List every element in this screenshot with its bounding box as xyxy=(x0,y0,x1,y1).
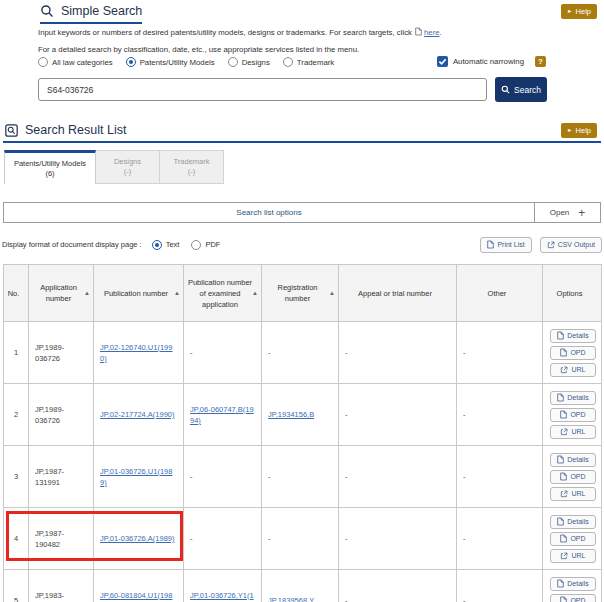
sort-ascending-icon[interactable]: ▲ xyxy=(84,288,90,299)
external-link-icon xyxy=(560,490,568,498)
details-button[interactable]: Details xyxy=(550,453,596,467)
question-help-button[interactable]: ? xyxy=(535,56,546,67)
application-number-cell: JP,1987-190482 xyxy=(29,508,94,570)
radio-all-law-categories[interactable]: All law categories xyxy=(38,57,113,67)
help-button[interactable]: ► Help xyxy=(561,4,597,19)
automatic-narrowing-control: Automatic narrowing ? xyxy=(437,56,546,67)
external-link-icon xyxy=(547,241,555,249)
document-icon xyxy=(557,579,564,588)
document-icon xyxy=(415,26,422,42)
application-number-cell: JP,1989-036726 xyxy=(29,384,94,446)
display-format-row: Display format of document display page … xyxy=(2,236,602,253)
col-appeal-or-trial-number: Appeal or trial number xyxy=(339,265,457,322)
plus-icon: + xyxy=(578,206,585,220)
display-format-label: Display format of document display page … xyxy=(2,240,142,249)
col-examined-publication-number[interactable]: Publication number of examined applicati… xyxy=(184,265,262,322)
external-link-icon xyxy=(560,552,568,560)
publication-number-link[interactable]: JP,01-036726,A(1989) xyxy=(100,534,175,543)
radio-icon xyxy=(38,57,48,67)
url-button[interactable]: URL xyxy=(550,487,596,501)
external-link-icon xyxy=(560,366,568,374)
section-divider xyxy=(3,141,601,143)
publication-number-link[interactable]: JP,01-036726,U1(1989) xyxy=(100,467,172,487)
help-button[interactable]: ► Help xyxy=(561,123,597,138)
opd-button[interactable]: OPD xyxy=(550,470,596,484)
details-button[interactable]: Details xyxy=(550,329,596,343)
examined-publication-link[interactable]: JP,06-060747,B(1994) xyxy=(190,405,254,425)
document-icon xyxy=(557,455,564,464)
table-row: 5 JP,1983-140932 JP,60-081804,U1(1985) J… xyxy=(4,570,602,602)
application-number-cell: JP,1987-131991 xyxy=(29,446,94,508)
table-row: 3 JP,1987-131991 JP,01-036726,U1(1989) -… xyxy=(4,446,602,508)
open-button[interactable]: Open + xyxy=(534,203,600,222)
opd-button[interactable]: OPD xyxy=(550,594,596,602)
col-other: Other xyxy=(457,265,543,322)
table-row: 2 JP,1989-036726 JP,02-217724,A(1990) JP… xyxy=(4,384,602,446)
automatic-narrowing-label: Automatic narrowing xyxy=(453,57,524,66)
url-button[interactable]: URL xyxy=(550,363,596,377)
document-icon xyxy=(560,348,567,357)
url-button[interactable]: URL xyxy=(550,425,596,439)
examined-publication-link[interactable]: JP,01-036726,Y1(1989) xyxy=(190,591,254,602)
document-icon xyxy=(560,534,567,543)
radio-trademark[interactable]: Trademark xyxy=(283,57,334,67)
details-button[interactable]: Details xyxy=(550,391,596,405)
boxed-search-icon xyxy=(5,124,18,137)
search-result-list-title-text: Search Result List xyxy=(25,123,126,137)
check-icon xyxy=(438,57,447,66)
registration-number-link[interactable]: JP,1839568,Y xyxy=(268,596,314,602)
document-icon xyxy=(557,331,564,340)
application-number-cell: JP,1989-036726 xyxy=(29,322,94,384)
automatic-narrowing-checkbox[interactable] xyxy=(437,56,448,67)
search-result-list-title: Search Result List xyxy=(5,123,126,141)
sort-ascending-icon[interactable]: ▲ xyxy=(174,288,180,299)
radio-icon xyxy=(228,57,238,67)
search-input[interactable] xyxy=(38,78,487,101)
details-button[interactable]: Details xyxy=(550,515,596,529)
opd-button[interactable]: OPD xyxy=(550,532,596,546)
csv-output-button[interactable]: CSV Output xyxy=(540,237,602,253)
radio-format-pdf[interactable]: PDF xyxy=(191,240,220,250)
simple-search-title: Simple Search xyxy=(40,4,142,24)
tab-trademark[interactable]: Trademark (-) xyxy=(160,150,224,184)
publication-number-link[interactable]: JP,60-081804,U1(1985) xyxy=(100,591,172,602)
search-bar: Search xyxy=(38,77,547,102)
jplatpat-search-page: Simple Search ► Help Input keywords or n… xyxy=(0,0,604,602)
registration-number-link[interactable]: JP,1934156,B xyxy=(268,410,314,419)
sort-ascending-icon[interactable]: ▲ xyxy=(329,288,335,299)
col-application-number[interactable]: Application number▲ xyxy=(29,265,94,322)
url-button[interactable]: URL xyxy=(550,549,596,563)
opd-button[interactable]: OPD xyxy=(550,346,596,360)
tab-designs[interactable]: Designs (-) xyxy=(96,150,160,184)
simple-search-title-text: Simple Search xyxy=(61,4,142,18)
table-header-row: No. Application number▲ Publication numb… xyxy=(4,265,602,322)
search-list-options-bar: Search list options Open + xyxy=(3,202,601,223)
result-tabs: Patents/Utility Models (6) Designs (-) T… xyxy=(4,150,224,184)
here-link[interactable]: here xyxy=(424,28,440,37)
col-publication-number[interactable]: Publication number▲ xyxy=(94,265,184,322)
tab-patents-utility-models[interactable]: Patents/Utility Models (6) xyxy=(4,150,96,184)
col-no: No. xyxy=(4,265,29,322)
col-registration-number[interactable]: Registration number▲ xyxy=(262,265,339,322)
document-icon xyxy=(560,410,567,419)
details-button[interactable]: Details xyxy=(550,577,596,591)
col-options: Options xyxy=(543,265,602,322)
search-button[interactable]: Search xyxy=(495,77,547,102)
document-icon xyxy=(487,240,494,249)
publication-number-link[interactable]: JP,02-217724,A(1990) xyxy=(100,410,175,419)
sort-ascending-icon[interactable]: ▲ xyxy=(252,288,258,299)
results-table: No. Application number▲ Publication numb… xyxy=(3,264,602,602)
opd-button[interactable]: OPD xyxy=(550,408,596,422)
radio-icon xyxy=(126,57,136,67)
search-list-options-toggle[interactable]: Search list options xyxy=(4,203,534,222)
search-icon xyxy=(40,4,54,18)
search-icon xyxy=(501,85,510,94)
radio-designs[interactable]: Designs xyxy=(228,57,270,67)
radio-patents-utility-models[interactable]: Patents/Utility Models xyxy=(126,57,215,67)
table-row: 1 JP,1989-036726 JP,02-126740,U1(1990) -… xyxy=(4,322,602,384)
print-list-button[interactable]: Print List xyxy=(480,237,531,253)
radio-format-text[interactable]: Text xyxy=(152,240,180,250)
document-icon xyxy=(560,596,567,602)
publication-number-link[interactable]: JP,02-126740,U1(1990) xyxy=(100,343,172,363)
document-icon xyxy=(557,517,564,526)
